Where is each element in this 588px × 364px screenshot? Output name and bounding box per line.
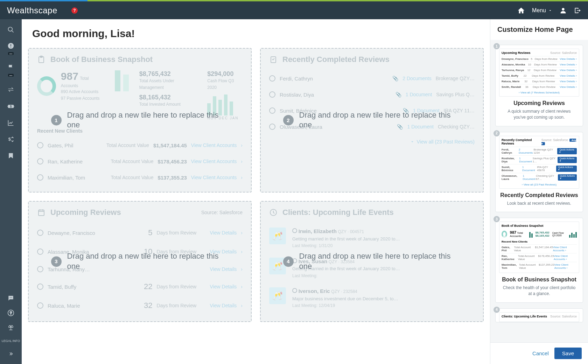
tile-upcoming-reviews[interactable]: Upcoming Reviews Source: Salesforce Dewa…	[28, 201, 252, 322]
help-icon[interactable]: ?	[7, 309, 14, 316]
assets-amount: $8,765,432	[139, 70, 197, 78]
card-thumbnail: Recently Completed ReviewsSource: Salesf…	[499, 136, 579, 189]
tile-number-badge: 2	[283, 115, 294, 126]
person-icon	[269, 91, 275, 98]
user-icon[interactable]	[559, 7, 567, 14]
exchange-icon[interactable]: $	[7, 135, 15, 143]
card-description: Look back at recent client reviews.	[499, 201, 579, 209]
person-icon	[37, 284, 43, 290]
menu-dropdown[interactable]: Menu	[532, 7, 552, 14]
cheers-icon: 🥂	[269, 227, 286, 244]
svg-text:$: $	[8, 136, 11, 142]
search-icon[interactable]	[7, 26, 14, 33]
drop-hint: Drag and drop a new tile here to replace…	[67, 110, 229, 130]
cashflow-amount: $294,000	[207, 70, 243, 78]
person-icon	[37, 158, 43, 164]
total-accounts-value: 987	[61, 70, 78, 82]
card-thumbnail: Book of Business Snapshot 987 Total Acco…	[499, 222, 579, 273]
drop-hint: Drag and drop a new tile here to replace…	[67, 252, 229, 272]
active-accounts: 890 Active Accounts	[61, 89, 104, 95]
flag-icon[interactable]	[7, 64, 14, 71]
brand-logo: Wealthscape	[7, 6, 57, 15]
drop-hint: Drag and drop a new tile here to replace…	[299, 110, 461, 130]
home-icon[interactable]	[517, 7, 525, 14]
event-row: 🥂 Iverson, Eric QZY · 232584Major busine…	[269, 283, 475, 313]
widget-card-completed[interactable]: 2 Recently Completed ReviewsSource: Sale…	[495, 132, 583, 212]
client-row: Ran, KatherineTotal Account Value$178,45…	[37, 153, 243, 169]
tile-title: Recently Completed Reviews	[282, 55, 390, 64]
checklist-icon	[269, 55, 278, 64]
legal-icon[interactable]	[7, 324, 15, 332]
person-icon	[37, 174, 43, 181]
tile-title: Upcoming Reviews	[50, 208, 121, 217]
expand-sidebar-icon[interactable]	[8, 351, 14, 357]
passive-accounts: 97 Passive Accounts	[61, 95, 104, 102]
alert-icon[interactable]	[7, 42, 14, 49]
cashflow-label: Cash Flow Q3 2020	[207, 78, 243, 91]
tile-number-badge: 1	[51, 115, 62, 126]
tile-life-events[interactable]: Clients: Upcoming Life Events 🥂 Irwin, E…	[260, 201, 484, 322]
card-thumbnail: Upcoming ReviewsSource: Salesforce Deway…	[499, 49, 579, 97]
card-number-badge: 4	[493, 307, 500, 313]
upcoming-row: Raluca, Marie32Days from ReviewView Deta…	[37, 296, 243, 315]
tile-number-badge: 3	[51, 256, 62, 267]
chart-icon[interactable]	[7, 119, 14, 126]
svg-text:$: $	[10, 105, 12, 108]
svg-rect-3	[10, 44, 11, 47]
card-number-badge: 3	[493, 216, 500, 222]
card-description: A quick summary of client reviews you've…	[499, 108, 579, 122]
person-icon	[269, 124, 275, 130]
drop-hint: Drag and drop a new tile here to replace…	[299, 252, 461, 272]
left-sidebar: ••• ••• $ $ ? LEGAL INFO	[0, 19, 22, 364]
logout-icon[interactable]	[574, 7, 581, 14]
tile-title: Book of Business Snapshot	[50, 55, 153, 64]
chat-icon[interactable]	[7, 295, 14, 302]
svg-point-1	[8, 27, 13, 31]
person-icon	[37, 248, 43, 255]
transfer-icon[interactable]	[7, 86, 15, 93]
widget-card-upcoming[interactable]: 1 Upcoming ReviewsSource: Salesforce Dew…	[495, 45, 583, 126]
view-all-link: View all (23 Past Reviews)	[269, 135, 475, 149]
widget-card-events[interactable]: 4 Clients: Upcoming Life EventsSource: S…	[495, 308, 583, 322]
customize-panel: Customize Home Page 1 Upcoming ReviewsSo…	[490, 19, 588, 364]
clipboard-icon	[37, 55, 46, 64]
save-button[interactable]: Save	[554, 348, 582, 359]
person-icon	[37, 266, 43, 272]
bookmark-icon[interactable]	[7, 152, 14, 159]
main-content: Good morning, Lisa! Book of Business Sna…	[22, 19, 490, 364]
svg-text:?: ?	[10, 311, 12, 315]
chevron-down-icon	[548, 8, 552, 13]
svg-point-9	[10, 298, 11, 298]
review-row: Ferdi, Cathryn📎2 DocumentsBrokerage QZY…	[269, 70, 475, 86]
svg-point-10	[12, 298, 12, 298]
client-row: Gates, PhilTotal Account Value$1,547,184…	[37, 137, 243, 153]
upcoming-row: Dewayne, Francisco5Days from ReviewView …	[37, 223, 243, 242]
card-number-badge: 2	[493, 130, 500, 136]
help-badge-icon[interactable]: ?	[71, 7, 78, 14]
person-icon	[37, 302, 43, 309]
svg-point-8	[10, 298, 10, 298]
invested-amount: $8,165,432	[139, 94, 197, 101]
cheers-icon: 🥂	[269, 287, 286, 304]
event-row: 🥂 Irwin, Elizabeth QZY · 004571Getting m…	[269, 223, 475, 253]
person-icon	[269, 107, 275, 114]
tile-completed-reviews[interactable]: Recently Completed Reviews Ferdi, Cathry…	[260, 48, 484, 192]
svg-rect-16	[38, 210, 44, 216]
card-title: Book of Business Snapshot	[499, 276, 579, 283]
card-number-badge: 1	[493, 43, 500, 49]
flag-more-icon[interactable]: •••	[8, 74, 14, 77]
invested-label: Total Invested Amount	[139, 101, 197, 108]
assets-label: Total Assets Under Management	[139, 78, 197, 91]
tile-book-of-business[interactable]: Book of Business Snapshot 987 Total Acco…	[28, 48, 252, 192]
clock-icon	[269, 208, 278, 217]
legal-label: LEGAL INFO	[2, 340, 20, 343]
alert-more-icon[interactable]: •••	[8, 52, 14, 55]
money-icon[interactable]: $	[7, 103, 15, 110]
page-greeting: Good morning, Lisa!	[22, 19, 490, 48]
panel-title: Customize Home Page	[490, 19, 588, 40]
card-description: Check the health of your client portfoli…	[499, 285, 579, 299]
svg-point-0	[562, 8, 564, 10]
widget-card-book[interactable]: 3 Book of Business Snapshot 987 Total Ac…	[495, 218, 583, 303]
upcoming-row: Tamid, Buffy22Days from ReviewView Detai…	[37, 277, 243, 296]
cancel-button[interactable]: Cancel	[532, 350, 549, 356]
